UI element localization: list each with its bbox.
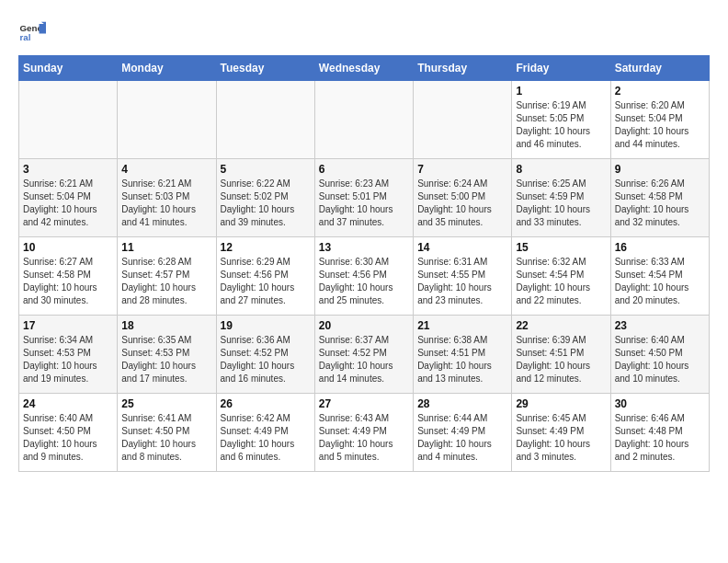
day-info: Sunrise: 6:31 AM Sunset: 4:55 PM Dayligh…: [417, 256, 507, 307]
day-info: Sunrise: 6:28 AM Sunset: 4:57 PM Dayligh…: [121, 256, 211, 307]
calendar-cell: 14Sunrise: 6:31 AM Sunset: 4:55 PM Dayli…: [414, 237, 512, 316]
day-number: 13: [319, 241, 409, 254]
day-info: Sunrise: 6:25 AM Sunset: 4:59 PM Dayligh…: [516, 178, 606, 229]
day-info: Sunrise: 6:33 AM Sunset: 4:54 PM Dayligh…: [615, 256, 705, 307]
day-info: Sunrise: 6:38 AM Sunset: 4:51 PM Dayligh…: [417, 334, 507, 385]
day-info: Sunrise: 6:39 AM Sunset: 4:51 PM Dayligh…: [516, 334, 606, 385]
day-number: 2: [615, 85, 705, 98]
calendar-cell: 6Sunrise: 6:23 AM Sunset: 5:01 PM Daylig…: [314, 159, 413, 237]
calendar-cell: 7Sunrise: 6:24 AM Sunset: 5:00 PM Daylig…: [414, 159, 512, 237]
calendar-week: 3Sunrise: 6:21 AM Sunset: 5:04 PM Daylig…: [19, 159, 710, 237]
day-info: Sunrise: 6:21 AM Sunset: 5:04 PM Dayligh…: [23, 178, 113, 229]
svg-text:ral: ral: [20, 32, 31, 42]
day-number: 16: [615, 241, 705, 254]
day-number: 24: [23, 397, 113, 410]
calendar-cell: 29Sunrise: 6:45 AM Sunset: 4:49 PM Dayli…: [512, 394, 610, 472]
calendar-cell: 27Sunrise: 6:43 AM Sunset: 4:49 PM Dayli…: [314, 394, 413, 472]
page-header: Gene ral: [18, 18, 710, 46]
calendar-body: 1Sunrise: 6:19 AM Sunset: 5:05 PM Daylig…: [19, 81, 710, 472]
day-number: 5: [221, 163, 311, 176]
day-header-saturday: Saturday: [610, 56, 709, 81]
calendar-table: SundayMondayTuesdayWednesdayThursdayFrid…: [18, 55, 710, 472]
day-header-monday: Monday: [118, 56, 216, 81]
calendar-header: SundayMondayTuesdayWednesdayThursdayFrid…: [19, 56, 710, 81]
day-number: 11: [121, 241, 211, 254]
day-header-thursday: Thursday: [414, 56, 512, 81]
day-number: 26: [221, 397, 311, 410]
calendar-week: 10Sunrise: 6:27 AM Sunset: 4:58 PM Dayli…: [19, 237, 710, 316]
day-header-tuesday: Tuesday: [216, 56, 314, 81]
day-number: 18: [121, 319, 211, 332]
day-number: 27: [319, 397, 409, 410]
calendar-cell: 5Sunrise: 6:22 AM Sunset: 5:02 PM Daylig…: [216, 159, 314, 237]
calendar-cell: 16Sunrise: 6:33 AM Sunset: 4:54 PM Dayli…: [610, 237, 709, 316]
day-number: 29: [516, 397, 606, 410]
day-number: 21: [417, 319, 507, 332]
calendar-cell: 24Sunrise: 6:40 AM Sunset: 4:50 PM Dayli…: [19, 394, 118, 472]
calendar-cell: [414, 81, 512, 159]
calendar-cell: 30Sunrise: 6:46 AM Sunset: 4:48 PM Dayli…: [610, 394, 709, 472]
day-info: Sunrise: 6:40 AM Sunset: 4:50 PM Dayligh…: [23, 412, 113, 464]
day-info: Sunrise: 6:37 AM Sunset: 4:52 PM Dayligh…: [319, 334, 409, 385]
calendar-cell: [216, 81, 314, 159]
day-number: 20: [319, 319, 409, 332]
day-number: 25: [121, 397, 211, 410]
day-header-sunday: Sunday: [19, 56, 118, 81]
day-info: Sunrise: 6:27 AM Sunset: 4:58 PM Dayligh…: [23, 256, 113, 307]
day-number: 12: [221, 241, 311, 254]
day-header-friday: Friday: [512, 56, 610, 81]
day-number: 15: [516, 241, 606, 254]
day-number: 7: [417, 163, 507, 176]
day-info: Sunrise: 6:19 AM Sunset: 5:05 PM Dayligh…: [516, 99, 606, 151]
calendar-cell: 4Sunrise: 6:21 AM Sunset: 5:03 PM Daylig…: [118, 159, 216, 237]
calendar-cell: 12Sunrise: 6:29 AM Sunset: 4:56 PM Dayli…: [216, 237, 314, 316]
day-info: Sunrise: 6:44 AM Sunset: 4:49 PM Dayligh…: [417, 412, 507, 464]
day-number: 6: [319, 163, 409, 176]
logo-icon: Gene ral: [18, 18, 46, 46]
day-info: Sunrise: 6:30 AM Sunset: 4:56 PM Dayligh…: [319, 256, 409, 307]
day-info: Sunrise: 6:45 AM Sunset: 4:49 PM Dayligh…: [516, 412, 606, 464]
day-info: Sunrise: 6:22 AM Sunset: 5:02 PM Dayligh…: [221, 178, 311, 229]
calendar-cell: 17Sunrise: 6:34 AM Sunset: 4:53 PM Dayli…: [19, 316, 118, 394]
day-info: Sunrise: 6:34 AM Sunset: 4:53 PM Dayligh…: [23, 334, 113, 385]
calendar-cell: 28Sunrise: 6:44 AM Sunset: 4:49 PM Dayli…: [414, 394, 512, 472]
day-number: 30: [615, 397, 705, 410]
day-info: Sunrise: 6:46 AM Sunset: 4:48 PM Dayligh…: [615, 412, 705, 464]
day-number: 3: [23, 163, 113, 176]
day-number: 4: [121, 163, 211, 176]
calendar-cell: 18Sunrise: 6:35 AM Sunset: 4:53 PM Dayli…: [118, 316, 216, 394]
day-number: 1: [516, 85, 606, 98]
calendar-cell: 8Sunrise: 6:25 AM Sunset: 4:59 PM Daylig…: [512, 159, 610, 237]
calendar-cell: [19, 81, 118, 159]
svg-marker-3: [40, 24, 47, 34]
calendar-cell: 9Sunrise: 6:26 AM Sunset: 4:58 PM Daylig…: [610, 159, 709, 237]
calendar-cell: 15Sunrise: 6:32 AM Sunset: 4:54 PM Dayli…: [512, 237, 610, 316]
calendar-cell: 11Sunrise: 6:28 AM Sunset: 4:57 PM Dayli…: [118, 237, 216, 316]
header-row: SundayMondayTuesdayWednesdayThursdayFrid…: [19, 56, 710, 81]
day-info: Sunrise: 6:29 AM Sunset: 4:56 PM Dayligh…: [221, 256, 311, 307]
calendar-cell: [118, 81, 216, 159]
day-number: 9: [615, 163, 705, 176]
calendar-cell: 10Sunrise: 6:27 AM Sunset: 4:58 PM Dayli…: [19, 237, 118, 316]
calendar-cell: 2Sunrise: 6:20 AM Sunset: 5:04 PM Daylig…: [610, 81, 709, 159]
day-info: Sunrise: 6:23 AM Sunset: 5:01 PM Dayligh…: [319, 178, 409, 229]
calendar-week: 17Sunrise: 6:34 AM Sunset: 4:53 PM Dayli…: [19, 316, 710, 394]
day-info: Sunrise: 6:36 AM Sunset: 4:52 PM Dayligh…: [221, 334, 311, 385]
day-number: 8: [516, 163, 606, 176]
day-info: Sunrise: 6:21 AM Sunset: 5:03 PM Dayligh…: [121, 178, 211, 229]
day-number: 10: [23, 241, 113, 254]
calendar-week: 24Sunrise: 6:40 AM Sunset: 4:50 PM Dayli…: [19, 394, 710, 472]
calendar-cell: 23Sunrise: 6:40 AM Sunset: 4:50 PM Dayli…: [610, 316, 709, 394]
day-info: Sunrise: 6:24 AM Sunset: 5:00 PM Dayligh…: [417, 178, 507, 229]
day-info: Sunrise: 6:43 AM Sunset: 4:49 PM Dayligh…: [319, 412, 409, 464]
calendar-cell: 13Sunrise: 6:30 AM Sunset: 4:56 PM Dayli…: [314, 237, 413, 316]
day-info: Sunrise: 6:26 AM Sunset: 4:58 PM Dayligh…: [615, 178, 705, 229]
day-header-wednesday: Wednesday: [314, 56, 413, 81]
day-number: 14: [417, 241, 507, 254]
calendar-cell: 3Sunrise: 6:21 AM Sunset: 5:04 PM Daylig…: [19, 159, 118, 237]
day-number: 17: [23, 319, 113, 332]
day-number: 22: [516, 319, 606, 332]
calendar-cell: 1Sunrise: 6:19 AM Sunset: 5:05 PM Daylig…: [512, 81, 610, 159]
calendar-cell: 19Sunrise: 6:36 AM Sunset: 4:52 PM Dayli…: [216, 316, 314, 394]
calendar-cell: 22Sunrise: 6:39 AM Sunset: 4:51 PM Dayli…: [512, 316, 610, 394]
